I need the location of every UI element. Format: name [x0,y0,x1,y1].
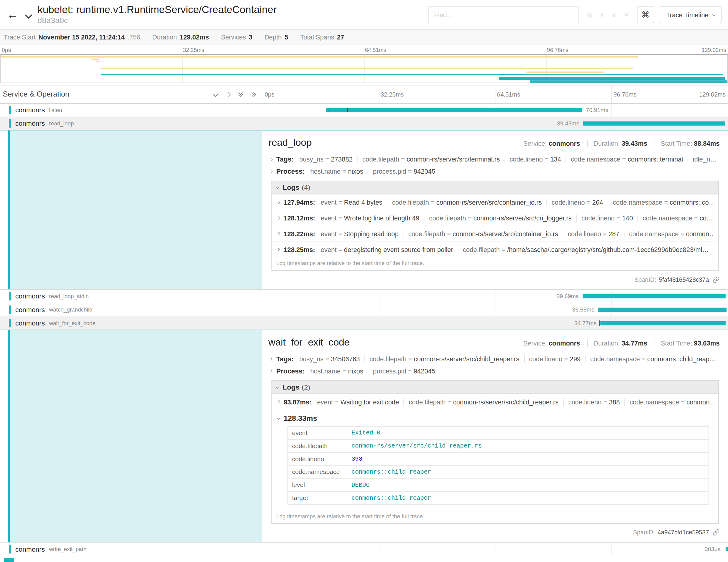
chevron-down-icon [276,385,279,389]
trace-start-ms: .756 [128,33,140,41]
span-detail-tint [10,131,262,289]
span-timeline-cell[interactable]: 39.69ms [262,290,728,303]
minimap-span-bar [530,80,727,83]
log-entry[interactable]: 128.12ms: eventWrote log line of length … [272,210,718,226]
minimap-span-bar [526,72,604,73]
span-detail-tint [10,330,262,542]
tags-accordion[interactable]: Tags: busy_ns34506763 code.filepathconmo… [268,353,719,365]
minimap-canvas[interactable] [0,54,728,83]
log-entry[interactable]: 127.94ms: eventRead 4 bytes code.filepat… [272,194,718,210]
operation-name: watch_grandchild [49,306,93,313]
minimap-ticks: 0μs 32.25ms 64.51ms 96.76ms 129.02ms [0,45,728,54]
span-detail-wait-for-exit-code: wait_for_exit_code Service: conmonrs Dur… [0,330,728,543]
prev-match-icon[interactable]: ∧ [600,10,605,19]
service-name: conmonrs [15,106,45,114]
clear-find-icon[interactable]: ✕ [624,10,629,19]
log-entry[interactable]: 128.25ms: eventderegistering event sourc… [272,241,718,257]
chevron-down-icon [277,417,280,420]
service-name: conmonrs [15,120,45,127]
view-selector-button[interactable]: Trace Timeline [660,6,722,23]
span-bar[interactable] [583,294,726,298]
logs-note: Log timestamps are relative to the start… [272,510,718,523]
table-row: code.lineno393 [287,452,709,465]
logs-header[interactable]: Logs (2) [272,381,718,394]
service-operation-header: Service & Operation [0,85,262,103]
table-row: targetconmonrs::child_reaper [287,491,709,504]
table-row: eventExited 0 [287,426,709,439]
duration: Duration 129.02ms [152,33,209,41]
span-bar[interactable] [326,108,582,112]
span-bar[interactable] [600,321,726,325]
span-bar[interactable] [583,121,725,126]
collapse-all-icon[interactable] [239,92,243,96]
minimap-span-bar [96,61,100,62]
span-detail-title: read_loop [268,137,312,148]
find-input[interactable] [428,6,579,23]
minimap-span-bar [91,59,99,60]
next-match-icon[interactable]: ∨ [611,10,617,19]
span-duration-label: 39.69ms [556,293,579,299]
span-duration-label: 303μs [705,546,720,552]
span-detail-title: wait_for_exit_code [268,337,350,348]
span-detail-meta: Service: conmonrs Duration: 39.43ms Star… [523,140,720,147]
operation-name: write_exit_path [49,546,87,552]
tags-accordion[interactable]: Tags: busy_ns273882 code.filepathconmon-… [268,154,719,165]
span-timeline-cell[interactable]: 34.77ms [262,317,728,330]
span-bar[interactable] [598,308,726,312]
logs-header[interactable]: Logs (4) [272,181,718,194]
service-name: conmonrs [15,306,45,313]
span-timeline-cell[interactable]: 39.43ms [262,117,728,130]
trace-start-value: November 15 2022, 11:24:14 [39,33,125,41]
collapse-one-icon[interactable] [214,93,217,96]
span-color-accent [9,545,11,553]
span-color-accent [9,319,11,328]
logs-accordion: Logs (2) 93.87ms: eventWaiting for exit … [271,380,719,523]
process-accordion[interactable]: Process: host.namenixos process.pid94204… [268,366,719,377]
span-row-wait-for-exit-code[interactable]: conmonrs wait_for_exit_code 34.77ms [0,317,728,330]
minimap-span-bar [1,56,638,58]
span-row-watch-grandchild[interactable]: conmonrs watch_grandchild 35.58ms [0,303,728,317]
trace-view: ← kubelet: runtime.v1.RuntimeService/Cre… [0,0,728,562]
span-timeline-cell[interactable]: 303μs [262,543,728,556]
trace-start-label: Trace Start [4,33,36,41]
span-timeline-cell[interactable]: 70.91ms [262,104,728,117]
collapse-header-icon[interactable] [26,12,31,19]
chevron-right-icon [277,232,280,236]
span-detail-read-loop: read_loop Service: conmonrs Duration: 39… [0,131,728,290]
process-accordion[interactable]: Process: host.namenixos process.pid94204… [268,166,719,177]
find-navigation: ◎ ∧ ∨ ✕ [587,10,630,19]
minimap-span-bar [100,68,633,69]
span-row-write-exit-path[interactable]: conmonrs write_exit_path 303μs [0,543,728,556]
expand-one-icon[interactable] [226,93,230,96]
link-icon[interactable] [713,276,719,283]
span-color-accent [9,292,11,301]
span-id-row: SpanID: 4a947cfd1ce59537 [268,526,719,538]
log-entry[interactable]: 128.22ms: eventStopping read loop code.f… [272,226,718,241]
span-timeline-cell[interactable]: 35.58ms [262,303,728,316]
view-selector-label: Trace Timeline [666,11,709,18]
service-operation-title: Service & Operation [3,90,69,99]
span-id-value: 4a947cfd1ce59537 [658,529,709,536]
span-row-listen[interactable]: conmonrs listen 70.91ms [0,104,728,117]
span-row-read-loop-stdin[interactable]: conmonrs read_loop_stdin 39.69ms [0,290,728,303]
depth: Depth 5 [264,33,288,41]
match-target-icon[interactable]: ◎ [587,10,593,19]
span-duration-label: 35.58ms [572,306,594,313]
log-entry-header[interactable]: 128.33ms [276,414,714,422]
services-count: Services 3 [221,33,252,41]
keyboard-shortcuts-button[interactable]: ⌘ [637,6,654,23]
span-bar[interactable] [726,547,728,551]
log-entry[interactable]: 93.87ms: eventWaiting for exit code code… [272,394,718,410]
span-row-read-loop[interactable]: conmonrs read_loop 39.43ms [0,117,728,130]
logs-accordion: Logs (4) 127.94ms: eventRead 4 bytes cod… [271,181,719,271]
operation-name: read_loop [49,120,74,127]
expand-all-icon[interactable] [252,93,255,96]
timeline-minimap[interactable]: 0μs 32.25ms 64.51ms 96.76ms 129.02ms [0,45,728,83]
span-duration-label: 70.91ms [586,107,608,113]
chevron-down-icon [712,13,716,16]
back-icon[interactable]: ← [5,9,20,20]
link-icon[interactable] [713,529,719,536]
span-id-value: 5faf48165428c37a [659,276,709,283]
minimap-span-bar [499,77,725,80]
span-id-row: SpanID: 5faf48165428c37a [268,274,719,286]
